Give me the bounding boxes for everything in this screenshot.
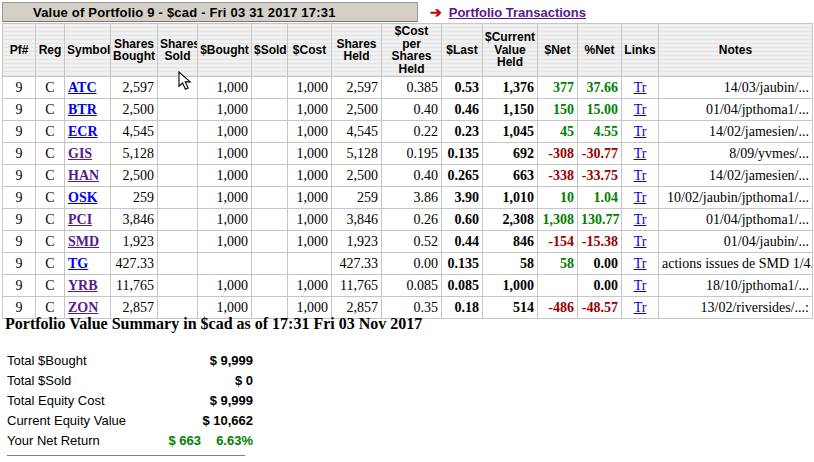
net-cell: -338 bbox=[538, 165, 578, 187]
column-header: Shares Bought bbox=[111, 24, 158, 77]
symbol-cell: SMD bbox=[65, 231, 111, 253]
last-price-cell: 0.53 bbox=[442, 77, 483, 99]
bought-cell: 1,000 bbox=[198, 275, 252, 297]
links-cell: Tr bbox=[622, 99, 659, 121]
cost-cell: 1,000 bbox=[288, 209, 332, 231]
shares-held-cell: 259 bbox=[332, 187, 382, 209]
cost-per-share-cell: 0.195 bbox=[382, 143, 442, 165]
shares-bought-cell: 1,923 bbox=[111, 231, 158, 253]
summary-value-mid bbox=[159, 370, 201, 390]
tr-link[interactable]: Tr bbox=[634, 234, 647, 249]
sold-cell bbox=[252, 209, 288, 231]
arrow-right-icon: ➔ bbox=[430, 5, 442, 19]
pf-cell: 9 bbox=[3, 165, 36, 187]
symbol-link[interactable]: HAN bbox=[68, 168, 99, 183]
summary-row: Current Equity Value $ 10,662 bbox=[7, 410, 253, 430]
cost-per-share-cell: 0.22 bbox=[382, 121, 442, 143]
symbol-cell: HAN bbox=[65, 165, 111, 187]
notes-cell: 14/03/jaubin/... bbox=[659, 77, 813, 99]
reg-cell: C bbox=[36, 121, 65, 143]
shares-bought-cell: 5,128 bbox=[111, 143, 158, 165]
symbol-link[interactable]: ECR bbox=[68, 124, 98, 139]
notes-cell: actions issues de SMD 1/4.5 bbox=[659, 253, 813, 275]
table-header-row: Pf#RegSymbolShares BoughtShares Sold$Bou… bbox=[3, 24, 813, 77]
current-value-cell: 1,010 bbox=[483, 187, 538, 209]
table-row: 9 C TG 427.33 427.33 0.00 0.135 58 58 0.… bbox=[3, 253, 813, 275]
summary-value: $ 9,999 bbox=[201, 350, 253, 370]
reg-cell: C bbox=[36, 275, 65, 297]
notes-cell: 14/02/jamesien/... bbox=[659, 121, 813, 143]
notes-cell: 13/02/riversides/...: bbox=[659, 297, 813, 319]
pct-net-cell: 0.00 bbox=[578, 253, 622, 275]
table-row: 9 C PCI 3,846 1,000 1,000 3,846 0.26 0.6… bbox=[3, 209, 813, 231]
tr-link[interactable]: Tr bbox=[634, 190, 647, 205]
cost-cell: 1,000 bbox=[288, 275, 332, 297]
tr-link[interactable]: Tr bbox=[634, 146, 647, 161]
column-header: Pf# bbox=[3, 24, 36, 77]
pct-net-cell: 15.00 bbox=[578, 99, 622, 121]
tr-link[interactable]: Tr bbox=[634, 168, 647, 183]
reg-cell: C bbox=[36, 165, 65, 187]
symbol-link[interactable]: ATC bbox=[68, 80, 97, 95]
sold-cell bbox=[252, 275, 288, 297]
column-header: $Sold bbox=[252, 24, 288, 77]
pf-cell: 9 bbox=[3, 253, 36, 275]
last-price-cell: 0.23 bbox=[442, 121, 483, 143]
table-row: 9 C OSK 259 1,000 1,000 259 3.86 3.90 1,… bbox=[3, 187, 813, 209]
symbol-link[interactable]: PCI bbox=[68, 212, 92, 227]
tr-link[interactable]: Tr bbox=[634, 102, 647, 117]
pct-net-cell: -30.77 bbox=[578, 143, 622, 165]
symbol-cell: GIS bbox=[65, 143, 111, 165]
portfolio-transactions-link[interactable]: Portfolio Transactions bbox=[449, 5, 586, 20]
current-value-cell: 514 bbox=[483, 297, 538, 319]
shares-sold-cell bbox=[158, 165, 198, 187]
reg-cell: C bbox=[36, 253, 65, 275]
sold-cell bbox=[252, 165, 288, 187]
pf-cell: 9 bbox=[3, 231, 36, 253]
last-price-cell: 0.60 bbox=[442, 209, 483, 231]
column-header: $Current Value Held bbox=[483, 24, 538, 77]
symbol-cell: ATC bbox=[65, 77, 111, 99]
links-cell: Tr bbox=[622, 231, 659, 253]
reg-cell: C bbox=[36, 77, 65, 99]
tr-link[interactable]: Tr bbox=[634, 212, 647, 227]
notes-cell: 14/02/jamesien/... bbox=[659, 165, 813, 187]
shares-sold-cell bbox=[158, 99, 198, 121]
current-value-cell: 692 bbox=[483, 143, 538, 165]
tr-link[interactable]: Tr bbox=[634, 124, 647, 139]
tr-link[interactable]: Tr bbox=[634, 278, 647, 293]
symbol-link[interactable]: BTR bbox=[68, 102, 97, 117]
shares-bought-cell: 259 bbox=[111, 187, 158, 209]
shares-bought-cell: 2,597 bbox=[111, 77, 158, 99]
net-cell: 58 bbox=[538, 253, 578, 275]
table-row: 9 C GIS 5,128 1,000 1,000 5,128 0.195 0.… bbox=[3, 143, 813, 165]
current-value-cell: 1,150 bbox=[483, 99, 538, 121]
pct-net-cell: 130.77 bbox=[578, 209, 622, 231]
pf-cell: 9 bbox=[3, 275, 36, 297]
symbol-link[interactable]: TG bbox=[68, 256, 88, 271]
current-value-cell: 663 bbox=[483, 165, 538, 187]
symbol-link[interactable]: ZON bbox=[68, 300, 98, 315]
column-header: $Last bbox=[442, 24, 483, 77]
reg-cell: C bbox=[36, 209, 65, 231]
symbol-link[interactable]: SMD bbox=[68, 234, 99, 249]
symbol-link[interactable]: GIS bbox=[68, 146, 92, 161]
tr-link[interactable]: Tr bbox=[634, 256, 647, 271]
net-cell: -308 bbox=[538, 143, 578, 165]
symbol-link[interactable]: YRB bbox=[68, 278, 98, 293]
bought-cell: 1,000 bbox=[198, 209, 252, 231]
summary-value-mid bbox=[159, 350, 201, 370]
reg-cell: C bbox=[36, 143, 65, 165]
tr-link[interactable]: Tr bbox=[634, 300, 647, 315]
symbol-cell: TG bbox=[65, 253, 111, 275]
links-cell: Tr bbox=[622, 77, 659, 99]
cost-cell: 1,000 bbox=[288, 231, 332, 253]
tr-link[interactable]: Tr bbox=[634, 80, 647, 95]
sold-cell bbox=[252, 99, 288, 121]
column-header: Shares Held bbox=[332, 24, 382, 77]
column-header: Notes bbox=[659, 24, 813, 77]
summary-row: Total $Bought $ 9,999 bbox=[7, 350, 253, 370]
net-cell: -154 bbox=[538, 231, 578, 253]
symbol-link[interactable]: OSK bbox=[68, 190, 98, 205]
symbol-cell: ECR bbox=[65, 121, 111, 143]
